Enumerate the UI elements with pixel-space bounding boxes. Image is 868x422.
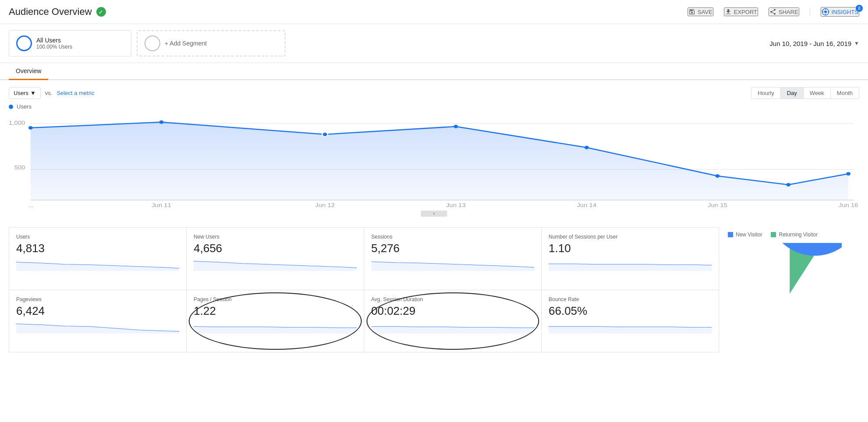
legend-color-new	[728, 232, 733, 237]
chart-legend: Users	[9, 103, 859, 110]
pie-label-blue: 90.9%	[772, 313, 791, 320]
date-range[interactable]: Jun 10, 2019 - Jun 16, 2019 ▼	[769, 40, 859, 47]
share-button[interactable]: SHARE	[769, 7, 799, 16]
sparkline-users	[16, 258, 179, 271]
svg-marker-25	[549, 327, 712, 334]
time-buttons: Hourly Day Week Month	[751, 87, 859, 99]
svg-marker-18	[16, 262, 179, 271]
chart-scrollbar[interactable]	[9, 209, 859, 218]
metric-pageviews: Pageviews 6,424	[9, 290, 187, 353]
pie-label-green: 9.1%	[810, 268, 826, 276]
chart-svg: 1,000 500	[9, 113, 859, 209]
pie-section: New Visitor Returning Visitor	[719, 227, 859, 352]
sparkline-pps	[194, 320, 356, 334]
scrollbar-handle[interactable]	[421, 211, 447, 217]
insights-badge: 8	[856, 5, 863, 12]
time-btn-week[interactable]: Week	[804, 88, 831, 98]
metrics-section: Users 4,813 New Users 4,656 Sessions 5,2…	[0, 218, 868, 352]
svg-point-1	[824, 11, 827, 13]
title-section: Audience Overview ✓	[9, 6, 106, 18]
chart-controls: Users ▼ vs. Select a metric Hourly Day W…	[9, 87, 859, 99]
svg-text:Jun 14: Jun 14	[577, 202, 596, 208]
metric-users: Users 4,813	[9, 228, 187, 290]
metric-sessions: Sessions 5,276	[364, 228, 542, 290]
chart-section: Users ▼ vs. Select a metric Hourly Day W…	[0, 80, 868, 218]
insights-button[interactable]: INSIGHTS 8	[821, 7, 859, 17]
share-icon	[769, 8, 776, 15]
metric-selector: Users ▼ vs. Select a metric	[9, 87, 94, 99]
top-actions: SAVE EXPORT SHARE INSIGHTS 8	[688, 7, 859, 17]
data-point	[454, 125, 458, 128]
all-users-segment: All Users 100.00% Users	[9, 30, 131, 56]
svg-text:500: 500	[14, 165, 25, 170]
export-button[interactable]: EXPORT	[724, 7, 758, 16]
legend-new-visitor: New Visitor	[728, 232, 762, 238]
metric-new-users: New Users 4,656	[187, 228, 364, 290]
divider	[810, 7, 810, 16]
time-btn-month[interactable]: Month	[831, 88, 859, 98]
svg-marker-19	[194, 261, 356, 271]
export-icon	[725, 8, 732, 15]
data-point	[585, 146, 589, 149]
svg-marker-20	[371, 262, 534, 271]
verified-icon: ✓	[96, 7, 106, 17]
data-point-active	[322, 132, 328, 137]
chart-area: 1,000 500	[9, 113, 859, 209]
metric-dropdown[interactable]: Users ▼	[9, 87, 41, 99]
insights-wrap: INSIGHTS 8	[821, 7, 859, 17]
metric-pages-per-session: Pages / Session 1.22	[187, 290, 364, 353]
sparkline-bounce	[549, 320, 712, 334]
segment-indicator	[16, 35, 32, 51]
save-icon	[688, 8, 695, 15]
sparkline-pageviews	[16, 320, 179, 334]
page-title: Audience Overview	[9, 6, 92, 18]
sparkline-new-users	[194, 258, 356, 271]
data-point	[786, 183, 790, 186]
tabs-row: Overview	[0, 63, 868, 80]
svg-text:Jun 16: Jun 16	[839, 202, 858, 208]
select-metric[interactable]: Select a metric	[56, 90, 94, 96]
data-point	[715, 174, 720, 178]
metric-bounce-rate: Bounce Rate 66.05%	[542, 290, 719, 353]
metric-sessions-per-user: Number of Sessions per User 1.10	[542, 228, 719, 290]
data-point	[159, 120, 164, 124]
svg-text:1,000: 1,000	[9, 120, 25, 126]
save-button[interactable]: SAVE	[688, 7, 713, 16]
legend-returning-visitor: Returning Visitor	[771, 232, 818, 238]
segments-left: All Users 100.00% Users + Add Segment	[9, 30, 286, 56]
svg-text:Jun 13: Jun 13	[446, 202, 466, 208]
sparkline-spu	[549, 258, 712, 271]
date-range-arrow: ▼	[854, 40, 859, 46]
add-segment-card[interactable]: + Add Segment	[137, 30, 286, 56]
svg-text:...: ...	[28, 202, 33, 208]
tab-overview[interactable]: Overview	[9, 63, 48, 80]
metrics-grid: Users 4,813 New Users 4,656 Sessions 5,2…	[9, 227, 719, 352]
dropdown-arrow: ▼	[30, 90, 36, 96]
segments-row: All Users 100.00% Users + Add Segment Ju…	[0, 24, 868, 63]
legend-dot	[9, 105, 13, 109]
svg-text:Jun 11: Jun 11	[152, 202, 171, 208]
data-point	[846, 172, 850, 176]
top-bar: Audience Overview ✓ SAVE EXPORT SHARE	[0, 0, 868, 24]
pie-legend: New Visitor Returning Visitor	[728, 232, 818, 238]
time-btn-hourly[interactable]: Hourly	[752, 88, 781, 98]
sparkline-asd	[371, 320, 534, 334]
chart-area-fill	[31, 122, 848, 200]
insights-icon	[822, 8, 829, 16]
svg-text:Jun 12: Jun 12	[315, 202, 335, 208]
svg-marker-22	[16, 324, 179, 334]
svg-marker-21	[549, 264, 712, 271]
time-btn-day[interactable]: Day	[781, 88, 804, 98]
add-segment-icon	[145, 35, 160, 51]
data-point	[28, 126, 33, 130]
svg-text:Jun 15: Jun 15	[708, 202, 727, 208]
legend-color-returning	[771, 232, 776, 237]
segment-info: All Users 100.00% Users	[36, 37, 72, 50]
sparkline-sessions	[371, 258, 534, 271]
metric-avg-session-duration: Avg. Session Duration 00:02:29	[364, 290, 542, 353]
pie-chart-svg: 9.1% 90.9%	[737, 243, 842, 348]
